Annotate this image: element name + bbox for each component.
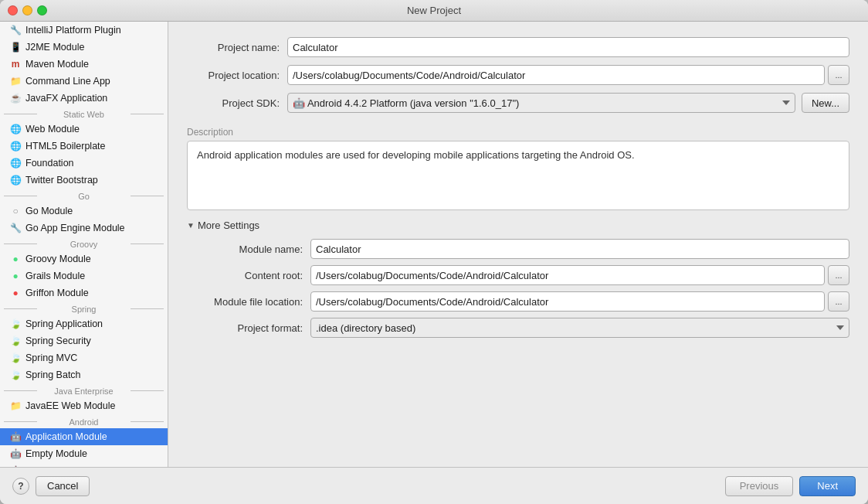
sidebar-item-griffon[interactable]: ● Griffon Module (0, 284, 168, 301)
module-file-location-input[interactable] (310, 291, 825, 312)
more-settings-arrow: ▼ (187, 221, 195, 230)
content-root-label: Content root: (187, 270, 310, 281)
sidebar-item-spring-security-label: Spring Security (25, 335, 91, 346)
sidebar-item-go-ae-label: Go App Engine Module (25, 223, 125, 233)
sidebar-item-go-ae[interactable]: 🔧 Go App Engine Module (0, 220, 168, 237)
go-ae-icon: 🔧 (9, 222, 22, 234)
sidebar-item-intellij-plugin[interactable]: 🔧 IntelliJ Platform Plugin (0, 22, 168, 39)
javafx-icon: ☕ (9, 92, 22, 104)
sidebar-item-groovy[interactable]: ● Groovy Module (0, 250, 168, 267)
traffic-lights (8, 5, 47, 15)
next-button[interactable]: Next (799, 476, 856, 496)
javaee-icon: 📁 (9, 400, 22, 412)
project-name-label: Project name: (187, 42, 287, 53)
module-name-input[interactable] (310, 239, 849, 259)
module-file-location-label: Module file location: (187, 296, 310, 308)
sidebar-item-spring-mvc[interactable]: 🍃 Spring MVC (0, 349, 168, 366)
project-sdk-select[interactable]: 🤖 Android 4.4.2 Platform (java version "… (287, 93, 795, 113)
description-label: Description (187, 127, 849, 138)
sidebar-item-cmd-label: Command Line App (25, 76, 110, 87)
sidebar-item-app-module-label: Application Module (25, 431, 107, 442)
new-sdk-button[interactable]: New... (802, 93, 849, 113)
sidebar-item-cmd[interactable]: 📁 Command Line App (0, 73, 168, 90)
more-settings-panel: Module name: Content root: ... Module fi… (187, 239, 849, 344)
section-groovy: Groovy (0, 237, 168, 250)
project-format-label: Project format: (187, 322, 310, 334)
sidebar-item-html5-label: HTML5 Boilerplate (25, 141, 106, 152)
sidebar-item-foundation-label: Foundation (25, 158, 74, 169)
minimize-button[interactable] (22, 5, 32, 15)
content-root-browse-button[interactable]: ... (828, 265, 849, 285)
sidebar-item-web-label: Web Module (25, 124, 80, 135)
sidebar-item-html5[interactable]: 🌐 HTML5 Boilerplate (0, 138, 168, 155)
project-name-input[interactable] (287, 37, 849, 57)
sidebar-item-intellij-plugin-label: IntelliJ Platform Plugin (25, 25, 121, 36)
maven-icon: m (9, 58, 22, 70)
more-settings-toggle[interactable]: ▼ More Settings (187, 220, 849, 231)
section-static-web: Static Web (0, 107, 168, 121)
sidebar-item-javaee-web[interactable]: 📁 JavaEE Web Module (0, 397, 168, 414)
previous-button[interactable]: Previous (725, 476, 794, 496)
new-project-window: New Project 🔧 IntelliJ Platform Plugin 📱… (0, 0, 868, 504)
footer: ? Cancel Previous Next (0, 467, 868, 504)
project-location-row: Project location: ... (187, 65, 849, 85)
sidebar-item-griffon-label: Griffon Module (25, 288, 89, 298)
footer-right: Previous Next (725, 476, 856, 496)
project-location-input[interactable] (287, 65, 825, 85)
spring-security-icon: 🍃 (9, 335, 22, 347)
sidebar-item-application-module[interactable]: 🤖 Application Module (0, 428, 168, 445)
sidebar-item-spring-app-label: Spring Application (25, 318, 103, 329)
project-location-browse-button[interactable]: ... (828, 65, 849, 85)
sidebar-item-empty-module-label: Empty Module (25, 448, 87, 459)
foundation-icon: 🌐 (9, 157, 22, 169)
twitter-icon: 🌐 (9, 174, 22, 186)
j2me-icon: 📱 (9, 41, 22, 53)
sidebar-item-spring-app[interactable]: 🍃 Spring Application (0, 315, 168, 332)
spring-app-icon: 🍃 (9, 318, 22, 330)
sidebar-item-web-module[interactable]: 🌐 Web Module (0, 121, 168, 138)
help-button[interactable]: ? (12, 478, 29, 495)
sidebar-item-groovy-label: Groovy Module (25, 254, 91, 264)
window-title: New Project (407, 5, 461, 16)
griffon-icon: ● (9, 287, 22, 299)
project-sdk-row: Project SDK: 🤖 Android 4.4.2 Platform (j… (187, 93, 849, 113)
content-root-input[interactable] (310, 265, 825, 285)
android-app-icon: 🤖 (9, 431, 22, 443)
section-java-enterprise: Java Enterprise (0, 383, 168, 397)
sidebar-item-javaee-label: JavaEE Web Module (25, 400, 116, 411)
sidebar-item-spring-batch[interactable]: 🍃 Spring Batch (0, 366, 168, 383)
description-box: Android application modules are used for… (187, 141, 849, 210)
section-spring: Spring (0, 301, 168, 315)
project-format-row: Project format: .idea (directory based) … (187, 318, 849, 338)
sidebar-item-maven-label: Maven Module (25, 59, 89, 70)
module-name-row: Module name: (187, 239, 849, 259)
sidebar-item-grails[interactable]: ● Grails Module (0, 267, 168, 284)
spring-batch-icon: 🍃 (9, 369, 22, 381)
sidebar-item-go-label: Go Module (25, 206, 73, 216)
sidebar-item-foundation[interactable]: 🌐 Foundation (0, 155, 168, 172)
module-file-browse-button[interactable]: ... (828, 291, 849, 312)
go-module-icon: ○ (9, 205, 22, 217)
section-go: Go (0, 189, 168, 203)
sidebar-item-empty-module[interactable]: 🤖 Empty Module (0, 445, 168, 462)
sidebar-item-j2me[interactable]: 📱 J2ME Module (0, 39, 168, 56)
cmd-icon: 📁 (9, 75, 22, 87)
sidebar-item-go-module[interactable]: ○ Go Module (0, 203, 168, 220)
close-button[interactable] (8, 5, 18, 15)
description-section: Description Android application modules … (187, 127, 849, 210)
content-root-row: Content root: ... (187, 265, 849, 285)
sidebar-item-twitter-label: Twitter Bootstrap (25, 175, 98, 186)
sidebar-item-javafx[interactable]: ☕ JavaFX Application (0, 90, 168, 107)
project-sdk-label: Project SDK: (187, 97, 287, 109)
maximize-button[interactable] (37, 5, 47, 15)
module-file-location-row: Module file location: ... (187, 291, 849, 312)
description-text: Android application modules are used for… (197, 149, 635, 161)
project-format-select[interactable]: .idea (directory based) .ipr (file based… (310, 318, 849, 338)
sidebar-item-j2me-label: J2ME Module (25, 42, 84, 53)
sidebar-item-twitter[interactable]: 🌐 Twitter Bootstrap (0, 172, 168, 189)
footer-left: ? Cancel (12, 476, 90, 496)
cancel-button[interactable]: Cancel (36, 476, 90, 496)
sidebar-item-maven[interactable]: m Maven Module (0, 56, 168, 73)
sidebar-item-spring-security[interactable]: 🍃 Spring Security (0, 332, 168, 349)
spring-mvc-icon: 🍃 (9, 352, 22, 364)
